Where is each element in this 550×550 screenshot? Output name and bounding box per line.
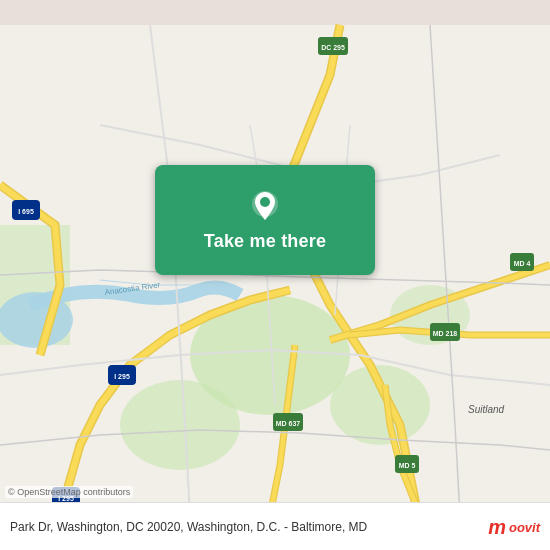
svg-point-28 (260, 197, 270, 207)
map-background: DC 295 DC 295 MD 218 MD 637 MD 5 MD 4 I … (0, 0, 550, 550)
location-pin-icon (247, 189, 283, 225)
map-container: DC 295 DC 295 MD 218 MD 637 MD 5 MD 4 I … (0, 0, 550, 550)
svg-text:Suitland: Suitland (468, 404, 505, 415)
svg-text:I 695: I 695 (18, 208, 34, 215)
address-text: Park Dr, Washington, DC 20020, Washingto… (10, 519, 478, 536)
svg-text:MD 5: MD 5 (399, 462, 416, 469)
svg-text:I 295: I 295 (114, 373, 130, 380)
svg-point-6 (0, 292, 73, 348)
svg-point-2 (120, 380, 240, 470)
moovit-m-letter: m (488, 516, 506, 539)
svg-text:MD 637: MD 637 (276, 420, 301, 427)
take-me-there-button[interactable]: Take me there (155, 165, 375, 275)
moovit-logo: m oovit (488, 516, 540, 539)
osm-attribution: © OpenStreetMap contributors (5, 486, 133, 498)
bottom-bar: Park Dr, Washington, DC 20020, Washingto… (0, 502, 550, 550)
svg-text:MD 218: MD 218 (433, 330, 458, 337)
svg-text:MD 4: MD 4 (514, 260, 531, 267)
moovit-text: oovit (509, 520, 540, 535)
take-me-there-label: Take me there (204, 231, 326, 252)
svg-text:DC 295: DC 295 (321, 44, 345, 51)
